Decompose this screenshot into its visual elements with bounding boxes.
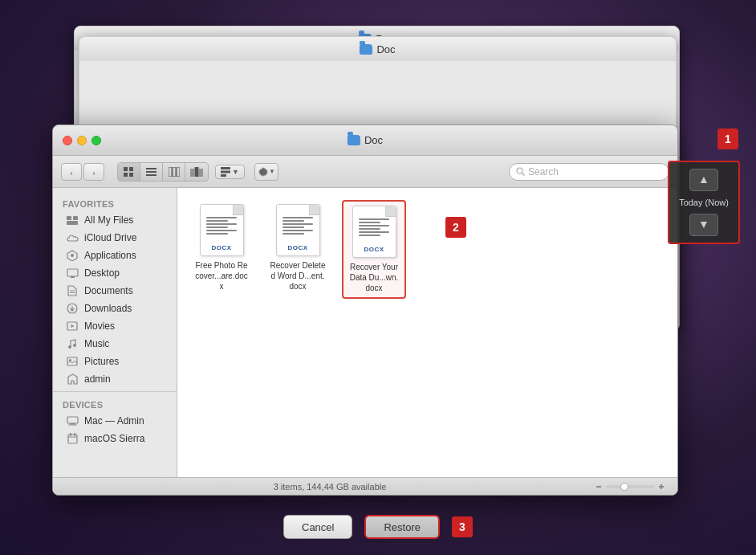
svg-line-18	[522, 173, 525, 176]
svg-rect-36	[68, 435, 77, 443]
svg-rect-12	[199, 169, 203, 177]
svg-rect-0	[124, 167, 128, 171]
sidebar-item-applications[interactable]: Applications	[56, 247, 173, 264]
svg-rect-10	[190, 169, 194, 177]
sidebar-label-movies: Movies	[84, 320, 115, 332]
bottom-bar: Cancel Restore 3	[283, 515, 473, 539]
back-button[interactable]: ‹	[61, 163, 82, 181]
restore-button[interactable]: Restore	[364, 515, 440, 539]
finder-window: Doc ‹ › ▼	[52, 124, 678, 496]
svg-rect-4	[146, 168, 156, 169]
tm-down-button[interactable]: ▼	[689, 214, 718, 236]
title-bar: Doc	[53, 125, 677, 156]
music-icon	[66, 337, 79, 350]
sidebar-label-documents: Documents	[84, 285, 133, 296]
svg-rect-6	[146, 174, 156, 176]
file-name-1: Free Photo Recover...are.docx	[193, 260, 250, 292]
arrange-button[interactable]: ▼	[215, 165, 245, 179]
sidebar-item-macos-sierra[interactable]: macOS Sierra	[56, 430, 173, 447]
view-buttons	[117, 162, 209, 182]
status-bar: 3 items, 144,44 GB available	[53, 477, 677, 495]
zoom-in-icon	[657, 483, 665, 491]
gear-button[interactable]: ▼	[254, 163, 278, 181]
column-view-button[interactable]	[163, 163, 185, 181]
svg-rect-21	[73, 216, 78, 220]
toolbar: ‹ › ▼ ▼	[53, 156, 677, 188]
file-icon-2: DOCX	[276, 204, 320, 256]
sidebar-item-pictures[interactable]: Pictures	[56, 353, 173, 370]
file-item-3[interactable]: DOCX Recover Your Data Du...wn.docx	[342, 200, 406, 299]
nav-buttons: ‹ ›	[61, 163, 104, 181]
tm-up-button[interactable]: ▲	[689, 169, 718, 191]
svg-rect-7	[169, 167, 172, 177]
file-item-2[interactable]: DOCX Recover Deleted Word D...ent.docx	[266, 200, 330, 299]
tm-down-arrow: ▼	[698, 218, 709, 231]
sidebar-label-downloads: Downloads	[84, 303, 132, 314]
sidebar-item-admin[interactable]: admin	[56, 370, 173, 388]
sidebar-label-pictures: Pictures	[84, 356, 119, 367]
search-box[interactable]: Search	[509, 163, 669, 181]
desktop-icon	[66, 267, 79, 280]
svg-rect-11	[195, 167, 199, 177]
sidebar-item-all-my-files[interactable]: All My Files	[56, 211, 173, 229]
svg-rect-19	[67, 216, 71, 220]
applications-icon	[66, 249, 79, 262]
window-title-text: Doc	[364, 134, 383, 146]
sidebar-item-documents[interactable]: Documents	[56, 282, 173, 300]
sidebar-label-desktop: Desktop	[84, 267, 120, 279]
coverflow-view-button[interactable]	[185, 163, 208, 181]
file-icon-1: DOCX	[200, 204, 244, 256]
close-button[interactable]	[63, 136, 72, 145]
sidebar-item-mac-admin[interactable]: Mac — Admin	[56, 412, 173, 430]
traffic-lights	[63, 136, 101, 145]
list-view-button[interactable]	[140, 163, 163, 181]
svg-point-29	[68, 345, 71, 349]
svg-rect-1	[129, 167, 133, 171]
file-icon-3: DOCX	[352, 206, 396, 258]
minimize-button[interactable]	[77, 136, 87, 145]
sidebar-label-macos-sierra: macOS Sierra	[84, 433, 144, 444]
tm-label: Today (Now)	[679, 198, 729, 207]
maximize-button[interactable]	[91, 136, 101, 145]
sidebar-item-downloads[interactable]: Downloads	[56, 300, 173, 317]
sidebar-item-icloud-drive[interactable]: iCloud Drive	[56, 229, 173, 247]
svg-rect-14	[221, 170, 230, 173]
icloud-drive-icon	[66, 231, 79, 244]
size-slider[interactable]	[606, 485, 654, 488]
badge-2: 2	[445, 217, 466, 238]
tm-up-arrow: ▲	[698, 173, 709, 186]
file-type-badge-2: DOCX	[287, 244, 307, 251]
sidebar-item-desktop[interactable]: Desktop	[56, 264, 173, 282]
sidebar-label-all-my-files: All My Files	[84, 214, 133, 226]
sidebar-label-music: Music	[84, 338, 109, 349]
badge-3: 3	[452, 516, 473, 537]
movies-icon	[66, 320, 79, 333]
pictures-icon	[66, 355, 79, 368]
file-type-badge-3: DOCX	[364, 246, 384, 253]
svg-rect-3	[129, 173, 133, 177]
zoom-out-icon	[595, 483, 603, 491]
icon-view-button[interactable]	[118, 163, 140, 181]
svg-rect-20	[67, 221, 78, 225]
devices-header: Devices	[53, 395, 177, 412]
svg-rect-24	[71, 276, 75, 278]
badge-1: 1	[717, 129, 738, 149]
status-text: 3 items, 144,44 GB available	[65, 482, 595, 492]
file-name-3: Recover Your Data Du...wn.docx	[348, 262, 400, 293]
gear-chevron: ▼	[269, 168, 275, 175]
sidebar: Favorites All My Files iCloud Drive Appl…	[53, 188, 177, 477]
window-title: Doc	[348, 134, 383, 146]
stacked-title-2: Doc	[376, 43, 395, 55]
svg-point-30	[73, 344, 76, 347]
sidebar-item-movies[interactable]: Movies	[56, 317, 173, 335]
cancel-button[interactable]: Cancel	[283, 515, 352, 539]
sidebar-label-icloud-drive: iCloud Drive	[84, 232, 136, 243]
svg-point-17	[517, 168, 522, 173]
file-area: DOCX Free Photo Recover...are.docx DOCX	[177, 188, 677, 477]
file-name-2: Recover Deleted Word D...ent.docx	[270, 260, 326, 292]
sidebar-item-music[interactable]: Music	[56, 335, 173, 353]
forward-button[interactable]: ›	[83, 163, 104, 181]
file-item-1[interactable]: DOCX Free Photo Recover...are.docx	[189, 200, 254, 299]
macos-sierra-icon	[66, 432, 79, 445]
folder-icon	[348, 135, 360, 145]
